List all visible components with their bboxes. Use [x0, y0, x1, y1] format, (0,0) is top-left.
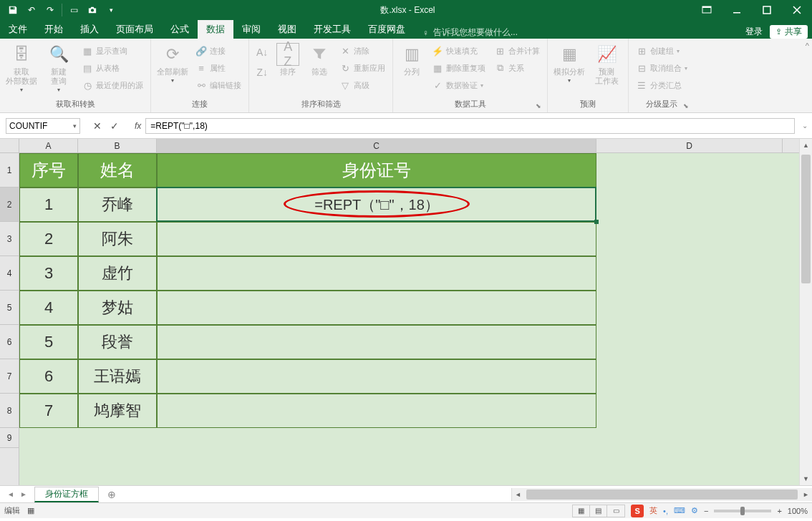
prev-sheet-icon[interactable]: ◄: [7, 490, 14, 498]
refresh-all-button[interactable]: ⟳ 全部刷新 ▾: [155, 42, 190, 97]
qat-customize-icon[interactable]: ▾: [102, 2, 120, 18]
advanced-filter-button[interactable]: ▽高级: [337, 77, 388, 93]
table-cell[interactable]: 鸠摩智: [78, 394, 157, 428]
id-cell[interactable]: [157, 222, 596, 256]
id-cell[interactable]: [157, 359, 596, 394]
id-cell[interactable]: [157, 394, 596, 428]
tab-insert[interactable]: 插入: [72, 20, 107, 39]
sheet-tab-active[interactable]: 身份证方框: [34, 487, 99, 502]
scroll-right-icon[interactable]: ►: [803, 491, 809, 498]
table-cell[interactable]: 7: [19, 394, 78, 428]
group-button[interactable]: ⊞创建组 ▾: [633, 43, 690, 59]
recent-sources-button[interactable]: ◷最近使用的源: [79, 77, 146, 93]
next-sheet-icon[interactable]: ►: [20, 490, 27, 498]
row-header-2[interactable]: 2: [0, 188, 19, 222]
ime-indicator-icon[interactable]: S: [631, 505, 644, 517]
horizontal-scrollbar[interactable]: ◄ ►: [511, 488, 812, 501]
table-header[interactable]: 身份证号: [157, 153, 596, 188]
properties-button[interactable]: ≡属性: [193, 60, 244, 76]
row-header-9[interactable]: 9: [0, 428, 19, 448]
dialog-launcher-icon[interactable]: ⬊: [683, 102, 689, 109]
table-cell[interactable]: 1: [19, 188, 78, 222]
zoom-level[interactable]: 100%: [788, 507, 808, 515]
subtotal-button[interactable]: ☰分类汇总: [633, 77, 690, 93]
close-icon[interactable]: [782, 0, 812, 20]
filter-button[interactable]: 筛选: [305, 42, 334, 97]
zoom-out-button[interactable]: −: [704, 507, 708, 515]
table-cell[interactable]: 6: [19, 359, 78, 394]
tab-file[interactable]: 文件: [0, 20, 36, 39]
connections-button[interactable]: 🔗连接: [193, 43, 244, 59]
id-cell[interactable]: =REPT（"□"，18）: [157, 188, 596, 222]
redo-icon[interactable]: ↷: [42, 2, 59, 18]
row-header-8[interactable]: 8: [0, 394, 19, 428]
login-link[interactable]: 登录: [745, 26, 763, 38]
text-to-columns-button[interactable]: ▥ 分列: [397, 42, 426, 97]
get-external-data-button[interactable]: 🗄 获取 外部数据 ▾: [4, 42, 39, 97]
new-sheet-button[interactable]: ⊕: [103, 486, 120, 503]
row-header-3[interactable]: 3: [0, 222, 19, 256]
data-validation-button[interactable]: ✓数据验证 ▾: [429, 77, 488, 93]
whatif-button[interactable]: ▦ 模拟分析 ▾: [552, 42, 586, 97]
tab-review[interactable]: 审阅: [233, 20, 269, 39]
fx-icon[interactable]: fx: [135, 121, 141, 131]
id-cell[interactable]: [157, 291, 596, 325]
table-header[interactable]: 姓名: [78, 153, 157, 188]
sort-button[interactable]: AZ 排序: [274, 42, 302, 97]
table-header[interactable]: 序号: [19, 153, 78, 188]
zoom-in-button[interactable]: +: [777, 507, 781, 515]
macro-record-icon[interactable]: ▦: [27, 506, 34, 515]
undo-icon[interactable]: ↶: [23, 2, 40, 18]
ime-mode-icon[interactable]: •,: [663, 507, 668, 515]
normal-view-button[interactable]: ▦: [573, 505, 590, 517]
ungroup-button[interactable]: ⊟取消组合 ▾: [633, 60, 690, 76]
qat-open-icon[interactable]: ▭: [65, 2, 82, 18]
scroll-down-icon[interactable]: ▼: [800, 472, 812, 485]
col-header-C[interactable]: C: [157, 139, 596, 152]
tell-me[interactable]: ♀ 告诉我您想要做什么...: [422, 26, 518, 39]
enter-formula-button[interactable]: ✓: [110, 120, 119, 132]
share-button[interactable]: ⇪ 共享: [770, 25, 808, 39]
row-header-7[interactable]: 7: [0, 359, 19, 394]
table-cell[interactable]: 段誉: [78, 325, 157, 359]
tab-pagelayout[interactable]: 页面布局: [107, 20, 162, 39]
chevron-down-icon[interactable]: ▾: [73, 122, 77, 130]
col-header-B[interactable]: B: [78, 139, 157, 152]
vertical-scrollbar[interactable]: ▲ ▼: [799, 139, 812, 485]
from-table-button[interactable]: ▤从表格: [79, 60, 146, 76]
name-box[interactable]: COUNTIF ▾: [6, 118, 80, 134]
id-cell[interactable]: [157, 325, 596, 359]
expand-formula-icon[interactable]: ⌄: [802, 122, 808, 130]
tab-devtools[interactable]: 开发工具: [305, 20, 359, 39]
tab-baidu[interactable]: 百度网盘: [359, 20, 414, 39]
table-cell[interactable]: 虚竹: [78, 256, 157, 291]
table-cell[interactable]: 2: [19, 222, 78, 256]
save-icon[interactable]: [4, 2, 21, 18]
fill-handle[interactable]: [594, 220, 599, 224]
scroll-up-icon[interactable]: ▲: [800, 139, 812, 152]
consolidate-button[interactable]: ⊞合并计算: [491, 43, 543, 59]
qat-camera-icon[interactable]: [84, 2, 101, 18]
maximize-icon[interactable]: [752, 0, 782, 20]
page-layout-button[interactable]: ▤: [590, 505, 607, 517]
reapply-button[interactable]: ↻重新应用: [337, 60, 388, 76]
sort-desc-button[interactable]: Z↓: [253, 64, 271, 80]
table-cell[interactable]: 5: [19, 325, 78, 359]
new-query-button[interactable]: 🔍 新建 查询 ▾: [42, 42, 76, 97]
table-cell[interactable]: 梦姑: [78, 291, 157, 325]
table-cell[interactable]: 乔峰: [78, 188, 157, 222]
tab-formulas[interactable]: 公式: [162, 20, 198, 39]
tab-data[interactable]: 数据: [198, 20, 233, 39]
row-header-6[interactable]: 6: [0, 325, 19, 359]
page-break-button[interactable]: ▭: [607, 505, 624, 517]
row-header-1[interactable]: 1: [0, 153, 19, 188]
table-cell[interactable]: 王语嫣: [78, 359, 157, 394]
zoom-slider[interactable]: [714, 510, 771, 512]
cells-area[interactable]: 序号姓名身份证号1乔峰=REPT（"□"，18）2阿朱3虚竹4梦姑5段誉6王语嫣…: [19, 153, 799, 485]
formula-input[interactable]: =REPT("□",18): [145, 118, 795, 134]
table-cell[interactable]: 阿朱: [78, 222, 157, 256]
flash-fill-button[interactable]: ⚡快速填充: [429, 43, 488, 59]
sort-asc-button[interactable]: A↓: [253, 44, 271, 60]
cancel-formula-button[interactable]: ✕: [93, 120, 102, 132]
ime-keyboard-icon[interactable]: ⌨: [674, 506, 685, 515]
